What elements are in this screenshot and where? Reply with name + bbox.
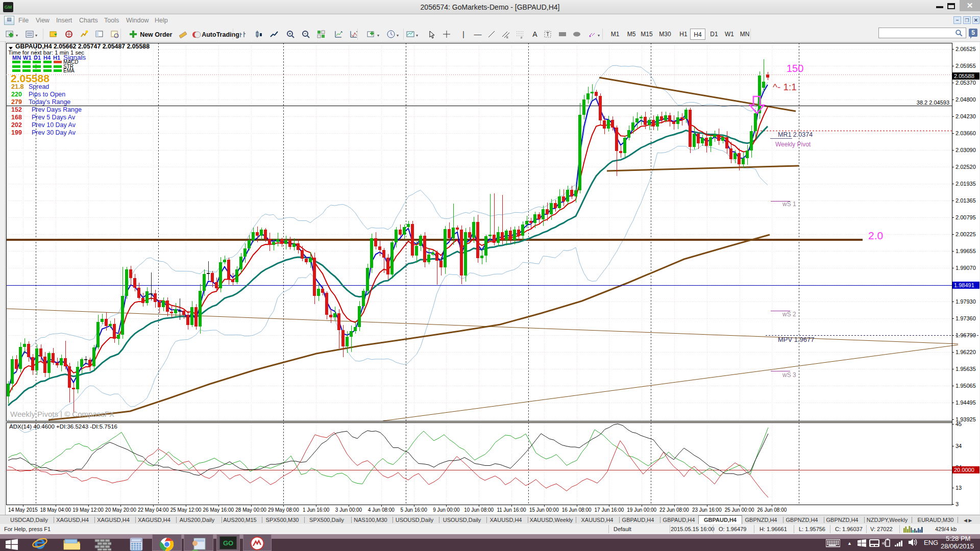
svg-text:220: 220 (11, 91, 22, 98)
svg-text:1 Jun 16:00: 1 Jun 16:00 (303, 507, 330, 513)
svg-text:21.8: 21.8 (11, 83, 23, 90)
svg-text:wS 3: wS 3 (782, 371, 796, 379)
svg-text:22 May 04:00: 22 May 04:00 (138, 507, 169, 513)
svg-text:1.95065: 1.95065 (955, 383, 976, 389)
svg-text:25 May 12:00: 25 May 12:00 (170, 507, 202, 513)
svg-text:25 Jun 00:00: 25 Jun 00:00 (725, 507, 754, 513)
svg-text:2.04800: 2.04800 (955, 96, 976, 103)
svg-text:10 Jun 08:00: 10 Jun 08:00 (464, 507, 494, 513)
svg-text:5 Jun 16:00: 5 Jun 16:00 (400, 507, 427, 513)
svg-text:14 May 2015: 14 May 2015 (8, 507, 38, 513)
svg-text:2.05955: 2.05955 (955, 63, 976, 69)
svg-text:11 Jun 16:00: 11 Jun 16:00 (497, 507, 526, 513)
svg-text:1.96220: 1.96220 (955, 349, 976, 355)
svg-text:26 Jun 08:00: 26 Jun 08:00 (757, 507, 787, 513)
svg-text:MR1 2.0374: MR1 2.0374 (778, 131, 813, 138)
svg-text:3: 3 (955, 501, 959, 507)
svg-text:152: 152 (11, 106, 22, 113)
svg-text:E: E (506, 36, 508, 39)
svg-text:29 May 08:00: 29 May 08:00 (268, 507, 299, 513)
svg-text:Pips to Open: Pips to Open (29, 91, 65, 98)
svg-text:9 Jun 00:00: 9 Jun 00:00 (433, 507, 460, 513)
svg-text:202: 202 (11, 121, 22, 129)
svg-text:18 May 04:00: 18 May 04:00 (40, 507, 71, 513)
svg-text:199: 199 (11, 129, 22, 136)
svg-text:2.01365: 2.01365 (955, 197, 976, 204)
svg-text:^- 1:1: ^- 1:1 (773, 82, 797, 92)
svg-text:2.0: 2.0 (868, 230, 883, 241)
svg-text:2.04230: 2.04230 (955, 113, 976, 119)
svg-text:2.05370: 2.05370 (955, 80, 976, 86)
svg-text:1.96790: 1.96790 (955, 332, 976, 338)
svg-text:1.99070: 1.99070 (955, 265, 976, 271)
svg-text:2.05588: 2.05588 (11, 72, 50, 84)
svg-text:2.03090: 2.03090 (955, 147, 976, 153)
svg-text:wS 1: wS 1 (782, 201, 796, 208)
svg-text:F: F (521, 36, 523, 39)
svg-text:45: 45 (955, 421, 962, 427)
svg-text:wS 2: wS 2 (782, 311, 796, 318)
svg-text:Prev Days Range: Prev Days Range (32, 106, 82, 113)
svg-text:168: 168 (11, 114, 22, 121)
svg-text:2.05588: 2.05588 (954, 73, 974, 79)
svg-text:Weekly Pivot: Weekly Pivot (775, 141, 811, 148)
svg-text:2.01935: 2.01935 (955, 181, 976, 187)
svg-text:20.0000: 20.0000 (954, 467, 974, 473)
svg-text:23 Jun 16:00: 23 Jun 16:00 (692, 507, 722, 513)
svg-text:ADX(14) 40.4600 +DI:36.5243 -D: ADX(14) 40.4600 +DI:36.5243 -DI:5.7516 (9, 423, 117, 430)
svg-text:2.02520: 2.02520 (955, 164, 976, 170)
svg-text:1.98491: 1.98491 (954, 282, 974, 288)
svg-text:150: 150 (787, 63, 803, 74)
svg-text:22 Jun 08:00: 22 Jun 08:00 (659, 507, 689, 513)
svg-text:Prev 5 Days Av: Prev 5 Days Av (32, 114, 76, 121)
svg-text:2.03660: 2.03660 (955, 130, 976, 136)
svg-text:1.97930: 1.97930 (955, 298, 976, 305)
svg-text:15 Jun 00:00: 15 Jun 00:00 (529, 507, 559, 513)
svg-text:2.06525: 2.06525 (955, 46, 976, 52)
svg-text:20 May 20:00: 20 May 20:00 (105, 507, 136, 513)
svg-text:1.94495: 1.94495 (955, 399, 976, 406)
svg-text:1.95635: 1.95635 (955, 366, 976, 372)
svg-text:Today's Range: Today's Range (29, 98, 70, 106)
svg-text:17 Jun 16:00: 17 Jun 16:00 (594, 507, 624, 513)
svg-text:2.00795: 2.00795 (955, 214, 976, 220)
svg-text:13: 13 (955, 485, 962, 491)
svg-text:Prev 10 Day Av: Prev 10 Day Av (32, 121, 76, 129)
svg-text:26 May 16:00: 26 May 16:00 (203, 507, 234, 513)
svg-text:Weekly Pivots | © CompassFX: Weekly Pivots | © CompassFX (10, 410, 114, 418)
svg-text:16 Jun 08:00: 16 Jun 08:00 (562, 507, 592, 513)
svg-text:T: T (546, 32, 549, 37)
svg-text:34: 34 (955, 443, 962, 449)
svg-text:4 Jun 08:00: 4 Jun 08:00 (368, 507, 395, 513)
svg-text:1.97360: 1.97360 (955, 315, 976, 321)
svg-text:MPV 1.9677: MPV 1.9677 (778, 336, 815, 343)
svg-text:19 Jun 00:00: 19 Jun 00:00 (627, 507, 656, 513)
svg-text:GBPAUD,H4 2.05662 2.05747 2.0: GBPAUD,H4 2.05662 2.05747 2.05487 2.0558… (15, 43, 150, 50)
svg-text:279: 279 (11, 98, 22, 106)
svg-text:Spread: Spread (29, 83, 49, 90)
svg-text:19 May 12:00: 19 May 12:00 (72, 507, 104, 513)
svg-text:28 May 00:00: 28 May 00:00 (235, 507, 266, 513)
svg-text:EMA: EMA (63, 68, 75, 73)
svg-text:38.2 2.04593: 38.2 2.04593 (917, 99, 949, 106)
svg-text:3 Jun 00:00: 3 Jun 00:00 (335, 507, 362, 513)
svg-text:Prev 30 Day Av: Prev 30 Day Av (32, 129, 76, 136)
svg-text:2.00225: 2.00225 (955, 231, 976, 237)
svg-text:1.99655: 1.99655 (955, 248, 976, 254)
